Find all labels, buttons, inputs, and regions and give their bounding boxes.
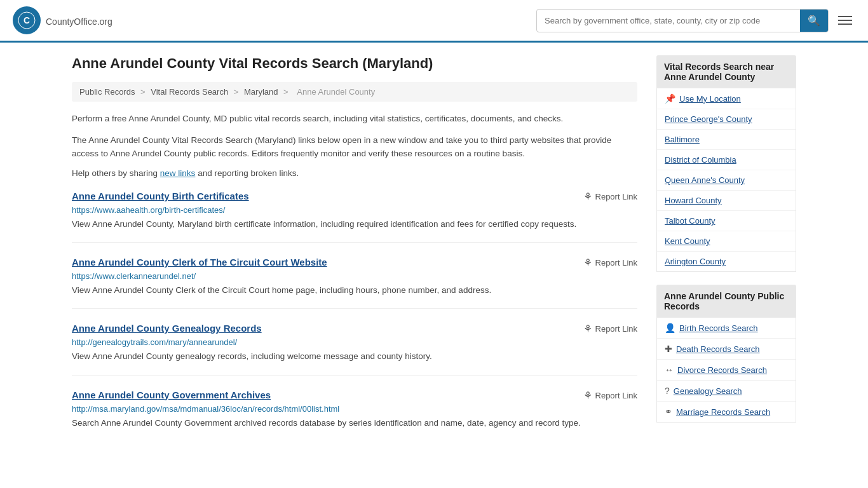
result-item: Anne Arundel County Government Archives … — [72, 390, 637, 441]
breadcrumb: Public Records > Vital Records Search > … — [72, 82, 637, 102]
breadcrumb-vital-records[interactable]: Vital Records Search — [151, 87, 228, 97]
menu-line-3 — [838, 24, 852, 25]
svg-text:C: C — [24, 15, 30, 25]
logo-area: C CountyOffice.org — [13, 6, 112, 34]
breadcrumb-sep-1: > — [140, 87, 147, 97]
sidebar-vital-section: Vital Records Search near Anne Arundel C… — [656, 55, 796, 272]
search-input[interactable] — [537, 11, 800, 30]
result-header: Anne Arundel County Clerk of The Circuit… — [72, 257, 637, 269]
logo-text: CountyOffice.org — [46, 13, 112, 28]
report-link[interactable]: ⚘ Report Link — [583, 323, 637, 335]
sidebar-public-section: Anne Arundel County Public Records 👤 Bir… — [656, 285, 796, 423]
report-link[interactable]: ⚘ Report Link — [583, 257, 637, 269]
cross-icon: ✚ — [665, 344, 672, 354]
logo-name: CountyOffice — [46, 17, 97, 27]
result-url[interactable]: https://www.aahealth.org/birth-certifica… — [72, 205, 637, 215]
result-title[interactable]: Anne Arundel County Genealogy Records — [72, 323, 262, 334]
sidebar-item-talbot[interactable]: Talbot County — [657, 211, 796, 231]
sidebar-item-birth[interactable]: 👤 Birth Records Search — [657, 318, 796, 339]
sidebar-link-talbot[interactable]: Talbot County — [665, 216, 715, 226]
help-text-after: and reporting broken links. — [198, 168, 299, 178]
help-text: Help others by sharing new links and rep… — [72, 168, 637, 178]
report-icon: ⚘ — [583, 323, 592, 335]
report-icon: ⚘ — [583, 191, 592, 203]
sidebar-item-kent[interactable]: Kent County — [657, 231, 796, 252]
result-title[interactable]: Anne Arundel County Birth Certificates — [72, 191, 249, 201]
sidebar-link-location[interactable]: Use My Location — [679, 94, 741, 104]
sidebar-item-dc[interactable]: District of Columbia — [657, 150, 796, 170]
description-1: Perform a free Anne Arundel County, MD p… — [72, 112, 637, 126]
help-text-before: Help others by sharing — [72, 168, 158, 178]
sidebar-item-marriage[interactable]: ⚭ Marriage Records Search — [657, 402, 796, 422]
site-header: C CountyOffice.org 🔍 — [0, 0, 868, 43]
report-icon: ⚘ — [583, 390, 592, 402]
sidebar-link-arlington[interactable]: Arlington County — [665, 257, 726, 266]
result-url[interactable]: https://www.clerkannearundel.net/ — [72, 271, 637, 281]
sidebar-item-queen-anne[interactable]: Queen Anne's County — [657, 170, 796, 191]
result-item: Anne Arundel County Genealogy Records ⚘ … — [72, 323, 637, 375]
result-header: Anne Arundel County Birth Certificates ⚘… — [72, 191, 637, 203]
question-icon: ? — [665, 386, 670, 396]
result-title[interactable]: Anne Arundel County Clerk of The Circuit… — [72, 257, 327, 268]
sidebar-vital-header: Vital Records Search near Anne Arundel C… — [656, 55, 796, 88]
result-url[interactable]: http://genealogytrails.com/mary/annearun… — [72, 337, 637, 347]
sidebar-link-genealogy[interactable]: Genealogy Search — [674, 386, 742, 396]
result-item: Anne Arundel County Birth Certificates ⚘… — [72, 191, 637, 243]
breadcrumb-public-records[interactable]: Public Records — [79, 87, 135, 97]
breadcrumb-sep-3: > — [283, 87, 290, 97]
sidebar-link-marriage[interactable]: Marriage Records Search — [676, 407, 770, 417]
sidebar-link-birth[interactable]: Birth Records Search — [679, 323, 758, 333]
sidebar-item-death[interactable]: ✚ Death Records Search — [657, 339, 796, 360]
result-title[interactable]: Anne Arundel County Government Archives — [72, 390, 271, 400]
sidebar-public-header: Anne Arundel County Public Records — [656, 285, 796, 318]
main-container: Anne Arundel County Vital Records Search… — [59, 43, 809, 468]
sidebar-item-prince-george[interactable]: Prince George's County — [657, 109, 796, 130]
location-icon: 📌 — [665, 93, 675, 104]
sidebar-link-howard[interactable]: Howard County — [665, 196, 722, 205]
result-desc: View Anne Arundel County, Maryland birth… — [72, 218, 637, 231]
menu-button[interactable] — [835, 13, 855, 28]
search-button[interactable]: 🔍 — [800, 10, 828, 32]
page-title: Anne Arundel County Vital Records Search… — [72, 55, 637, 72]
sidebar-public-list: 👤 Birth Records Search ✚ Death Records S… — [656, 318, 796, 423]
result-header: Anne Arundel County Genealogy Records ⚘ … — [72, 323, 637, 335]
sidebar-link-queen-anne[interactable]: Queen Anne's County — [665, 175, 745, 185]
result-item: Anne Arundel County Clerk of The Circuit… — [72, 257, 637, 309]
sidebar-item-location[interactable]: 📌 Use My Location — [657, 88, 796, 109]
report-label: Report Link — [595, 324, 637, 334]
breadcrumb-sep-2: > — [234, 87, 241, 97]
breadcrumb-maryland[interactable]: Maryland — [244, 87, 278, 97]
rings-icon: ⚭ — [665, 407, 672, 417]
header-right: 🔍 — [536, 9, 855, 32]
result-desc: Search Anne Arundel County Government ar… — [72, 417, 637, 430]
logo-icon: C — [13, 6, 41, 34]
report-label: Report Link — [595, 258, 637, 268]
results-list: Anne Arundel County Birth Certificates ⚘… — [72, 191, 637, 441]
result-desc: View Anne Arundel County Clerk of the Ci… — [72, 284, 637, 297]
logo-tld: .org — [97, 17, 112, 27]
sidebar-item-baltimore[interactable]: Baltimore — [657, 130, 796, 150]
result-desc: View Anne Arundel County genealogy recor… — [72, 350, 637, 363]
sidebar-link-baltimore[interactable]: Baltimore — [665, 135, 700, 144]
sidebar-item-howard[interactable]: Howard County — [657, 191, 796, 211]
sidebar-item-arlington[interactable]: Arlington County — [657, 252, 796, 271]
content-area: Anne Arundel County Vital Records Search… — [72, 55, 637, 455]
sidebar-item-divorce[interactable]: ↔ Divorce Records Search — [657, 360, 796, 381]
report-icon: ⚘ — [583, 257, 592, 269]
sidebar-link-divorce[interactable]: Divorce Records Search — [677, 365, 767, 375]
sidebar-link-prince-george[interactable]: Prince George's County — [665, 114, 752, 124]
search-box: 🔍 — [536, 9, 829, 32]
new-links-link[interactable]: new links — [160, 168, 196, 178]
sidebar-item-genealogy[interactable]: ? Genealogy Search — [657, 381, 796, 402]
arrows-icon: ↔ — [665, 365, 674, 375]
sidebar-link-death[interactable]: Death Records Search — [676, 344, 760, 354]
report-label: Report Link — [595, 391, 637, 400]
breadcrumb-county: Anne Arundel County — [297, 87, 375, 97]
report-link[interactable]: ⚘ Report Link — [583, 191, 637, 203]
person-icon: 👤 — [665, 323, 675, 333]
sidebar-link-dc[interactable]: District of Columbia — [665, 155, 736, 165]
sidebar: Vital Records Search near Anne Arundel C… — [656, 55, 796, 455]
report-link[interactable]: ⚘ Report Link — [583, 390, 637, 402]
sidebar-link-kent[interactable]: Kent County — [665, 236, 710, 246]
result-url[interactable]: http://msa.maryland.gov/msa/mdmanual/36l… — [72, 404, 637, 414]
